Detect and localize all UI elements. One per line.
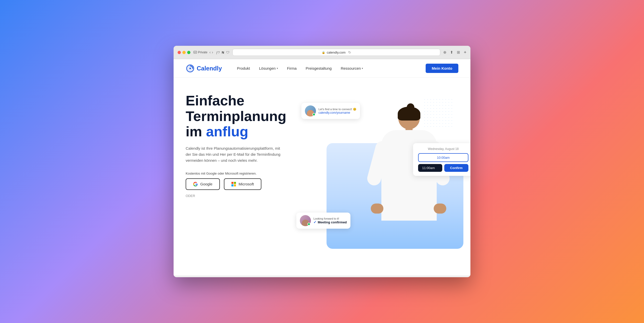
refresh-icon: ↻ xyxy=(348,50,351,54)
hero-left: Einfache Terminplanung im anflug Calendl… xyxy=(186,93,311,249)
notion-icon: N xyxy=(222,51,224,54)
time-row: 11:00am Confirm xyxy=(418,164,468,172)
online-dot xyxy=(312,113,315,116)
chevron-down-icon-2: ▾ xyxy=(362,67,363,70)
lock-icon: 🔒 xyxy=(322,51,325,54)
confirmed-message: Looking forward to it! xyxy=(313,217,347,220)
meeting-confirmed-text: ✓ Meeting confirmed xyxy=(313,220,347,224)
hero-title: Einfache Terminplanung im anflug xyxy=(186,93,311,139)
bookmark-icon[interactable]: ⊕ xyxy=(443,50,447,55)
avatar-female xyxy=(300,215,311,226)
url-text: calendly.com xyxy=(327,51,346,54)
share-icon[interactable]: ⬆ xyxy=(450,50,453,55)
browser-chrome: Private ‹ › ƒ? N 🛡 🔒 calendly.com ↻ ⊕ ⬆ … xyxy=(174,46,470,59)
online-dot-2 xyxy=(307,223,310,226)
bubble-message: Let's find a time to connect! 😊 xyxy=(318,108,356,111)
chat-bubble-connect: Let's find a time to connect! 😊 calendly… xyxy=(301,103,360,119)
nav-item-ressourcen[interactable]: Ressourcen ▾ xyxy=(341,66,363,70)
microsoft-icon xyxy=(231,182,236,186)
forward-button[interactable]: › xyxy=(212,50,213,55)
nav-item-produkt[interactable]: Produkt xyxy=(237,66,250,70)
schedule-card: Wednesday, August 18 10:00am 11:00am Con… xyxy=(413,143,470,176)
register-label: Kostenlos mit Google oder Microsoft regi… xyxy=(186,172,311,175)
website-content: Calendly Produkt Lösungen ▾ Firma Preisg… xyxy=(174,59,470,275)
hero-right: Let's find a time to connect! 😊 calendly… xyxy=(311,93,458,249)
private-label: Private xyxy=(198,51,207,54)
address-bar[interactable]: 🔒 calendly.com ↻ xyxy=(232,49,440,56)
hero-section: Einfache Terminplanung im anflug Calendl… xyxy=(174,78,470,259)
maximize-button[interactable] xyxy=(187,51,190,54)
minimize-button[interactable] xyxy=(182,51,186,54)
person-illustration xyxy=(369,108,449,249)
microsoft-signup-button[interactable]: Microsoft xyxy=(224,178,261,190)
nav-item-preisgestaltung[interactable]: Preisgestaltung xyxy=(306,66,332,70)
schedule-date: Wednesday, August 18 xyxy=(418,147,468,151)
time-slot-10am[interactable]: 10:00am xyxy=(418,153,468,162)
nav-links: Produkt Lösungen ▾ Firma Preisgestaltung… xyxy=(237,66,426,70)
close-button[interactable] xyxy=(178,51,181,54)
shield-icon: 🛡 xyxy=(226,51,229,54)
google-icon xyxy=(193,182,198,186)
bubble-link[interactable]: calendly.com/yourname xyxy=(318,111,356,114)
confirm-button[interactable]: Confirm xyxy=(444,164,468,172)
google-label: Google xyxy=(200,182,212,186)
microsoft-label: Microsoft xyxy=(238,182,254,186)
confirmed-bubble: Looking forward to it! ✓ Meeting confirm… xyxy=(296,213,350,229)
browser-extra-icons: ƒ? N 🛡 xyxy=(216,51,229,54)
extensions-icon[interactable]: ⊞ xyxy=(457,50,460,55)
browser-controls: Private ‹ › xyxy=(193,50,213,55)
hero-subtitle: Calendly ist Ihre Planungsautomatisierun… xyxy=(186,145,281,164)
time-slot-11am[interactable]: 11:00am xyxy=(418,164,442,172)
logo-text: Calendly xyxy=(197,65,222,72)
google-signup-button[interactable]: Google xyxy=(186,178,220,190)
back-button[interactable]: ‹ xyxy=(209,50,211,55)
traffic-lights xyxy=(178,51,190,54)
mein-konto-button[interactable]: Mein Konto xyxy=(426,64,458,73)
social-buttons: Google Microsoft xyxy=(186,178,311,190)
private-badge: Private xyxy=(193,51,207,54)
check-icon: ✓ xyxy=(313,220,316,224)
nav-arrows: ‹ › xyxy=(209,50,213,55)
chevron-down-icon: ▾ xyxy=(277,67,278,70)
browser-action-icons: ⊕ ⬆ ⊞ + xyxy=(443,50,466,55)
nav-item-firma[interactable]: Firma xyxy=(287,66,297,70)
logo-icon xyxy=(186,64,195,73)
oder-divider: ODER xyxy=(186,194,311,198)
logo[interactable]: Calendly xyxy=(186,64,222,73)
svg-point-5 xyxy=(189,68,191,69)
navigation: Calendly Produkt Lösungen ▾ Firma Preisg… xyxy=(174,59,470,78)
function-icon: ƒ? xyxy=(216,51,220,54)
avatar-male xyxy=(305,105,316,116)
nav-item-losungen[interactable]: Lösungen ▾ xyxy=(259,66,278,70)
browser-window: Private ‹ › ƒ? N 🛡 🔒 calendly.com ↻ ⊕ ⬆ … xyxy=(174,46,470,277)
tab-icon xyxy=(193,51,197,54)
new-tab-button[interactable]: + xyxy=(464,50,466,55)
